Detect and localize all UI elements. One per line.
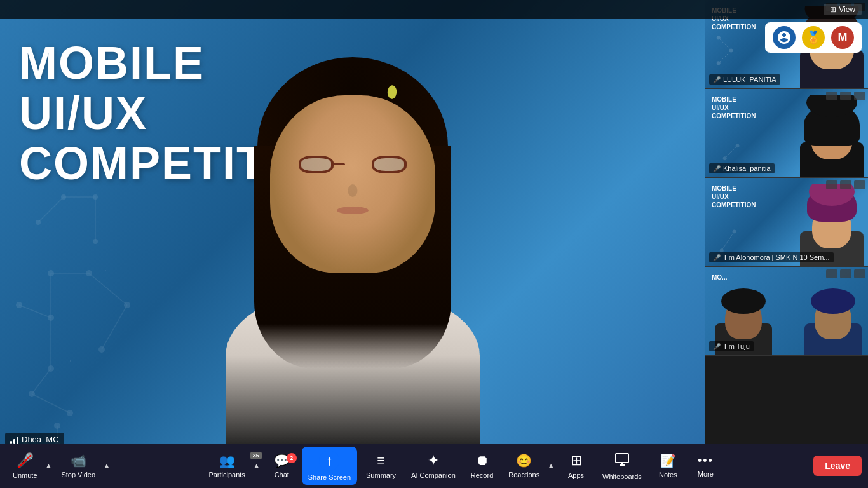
participants-sidebar: MOBILEUI/UXCOMPETITION 🎤 LULUK_PANITIA M… (705, 0, 868, 451)
reactions-chevron[interactable]: ▲ (546, 459, 556, 473)
record-icon: ⏺ (475, 452, 489, 469)
signal-bar-1 (10, 441, 12, 444)
notes-label: Notes (659, 471, 677, 478)
main-video: MOBILE UI/UX COMPETITION (0, 0, 705, 451)
svg-point-7 (16, 302, 22, 308)
logo-2: 🏅 (802, 26, 825, 49)
stop-video-button[interactable]: 📹 Stop Video (55, 449, 102, 482)
speaker-nose (348, 184, 358, 197)
summary-button[interactable]: ≡ Summary (360, 449, 402, 483)
tile-btn-1[interactable] (826, 180, 837, 189)
tile-btn-3[interactable] (854, 269, 865, 278)
participant-name-2: 🎤 Khalisa_panitia (709, 163, 775, 173)
summary-icon: ≡ (377, 452, 385, 469)
top-bar: ⊞ View (0, 0, 868, 19)
stop-video-label: Stop Video (61, 471, 95, 478)
chat-label: Chat (275, 471, 289, 478)
tile-btn-2[interactable] (840, 269, 851, 278)
mic-muted-icon: 🎤 (713, 76, 721, 83)
svg-point-5 (29, 391, 35, 397)
record-label: Record (471, 471, 493, 479)
participants-button[interactable]: 👥 Participants (202, 449, 251, 482)
svg-point-2 (48, 270, 54, 276)
view-button[interactable]: ⊞ View (824, 4, 862, 15)
notes-button[interactable]: 📝 Notes (651, 449, 686, 482)
svg-point-8 (98, 346, 105, 353)
svg-point-1 (48, 315, 54, 321)
record-button[interactable]: ⏺ Record (465, 449, 499, 483)
tile-btn-2[interactable] (840, 180, 851, 189)
tile-label: MOBILEUI/UXCOMPETITION (712, 184, 756, 209)
reactions-label: Reactions (508, 471, 539, 478)
tile-btn-3[interactable] (854, 92, 865, 100)
mic-muted-icon: 🎤 (713, 343, 721, 350)
toolbar-left: 🎤 Unmute ▲ 📹 Stop Video ▲ (6, 449, 112, 483)
signal-bar-2 (13, 439, 15, 444)
participants-icon: 👥 (219, 453, 235, 468)
tile-btn-1[interactable] (826, 92, 837, 100)
mic-muted-icon: 🎤 (713, 254, 721, 261)
toolbar: 🎤 Unmute ▲ 📹 Stop Video ▲ 👥 Participants… (0, 444, 868, 488)
ai-companion-label: AI Companion (411, 471, 456, 479)
unmute-button[interactable]: 🎤 Unmute (6, 449, 44, 483)
stop-video-chevron[interactable]: ▲ (102, 459, 112, 473)
whiteboards-button[interactable]: Whiteboards (596, 448, 648, 484)
leave-button[interactable]: Leave (813, 456, 862, 476)
ai-companion-button[interactable]: ✦ AI Companion (405, 449, 462, 483)
tile-btn-1[interactable] (826, 269, 837, 278)
ai-companion-icon: ✦ (428, 452, 439, 469)
svg-point-0 (48, 365, 54, 372)
svg-point-15 (54, 423, 60, 429)
view-label: View (839, 5, 855, 14)
svg-point-6 (67, 410, 73, 416)
participants-wrapper: 👥 Participants 35 ▲ (202, 449, 261, 482)
more-button[interactable]: ••• More (688, 451, 723, 482)
logo-1-icon (776, 30, 792, 45)
svg-rect-23 (616, 454, 628, 463)
notes-icon: 📝 (660, 453, 676, 468)
participant-face-2 (795, 95, 868, 177)
summary-label: Summary (366, 471, 396, 479)
svg-point-4 (124, 302, 130, 308)
medal-icon: 🏅 (806, 30, 820, 44)
toolbar-center: 👥 Participants 35 ▲ 💬 Chat 2 ↑ Share Scr… (112, 447, 813, 485)
tile-btn-3[interactable] (854, 180, 865, 189)
participant-face-4b (801, 276, 865, 355)
unmute-chevron[interactable]: ▲ (44, 459, 54, 473)
chat-badge: 2 (287, 453, 297, 463)
glass-bridge (332, 163, 345, 165)
tile-btn-2[interactable] (840, 92, 851, 100)
mic-muted-icon: 🎤 (713, 165, 721, 172)
speaker-mouth (337, 207, 369, 214)
left-glass (299, 156, 334, 173)
participant-name-1: 🎤 LULUK_PANITIA (709, 74, 780, 85)
participant-name-text: Tim Tuju (723, 342, 750, 350)
share-screen-icon: ↑ (319, 451, 339, 471)
svg-point-10 (61, 194, 66, 200)
apps-label: Apps (568, 471, 584, 479)
participant-tile: MOBILEUI/UXCOMPETITION 🎤 Khalisa_panitia (705, 89, 868, 178)
participant-tile: MOBILEUI/UXCOMPETITION 🎤 Tim Alohomora |… (705, 178, 868, 267)
tile-controls[interactable] (826, 180, 865, 189)
speaker-name: Dhea_MC (22, 435, 59, 444)
signal-bar-3 (17, 437, 18, 444)
participants-chevron[interactable]: ▲ (252, 459, 262, 473)
participant-name-text: LULUK_PANITIA (723, 76, 776, 83)
tile-controls[interactable] (826, 269, 865, 278)
svg-point-12 (93, 239, 98, 244)
whiteboards-icon (614, 452, 630, 470)
tile-label: MOBILEUI/UXCOMPETITION (712, 95, 756, 120)
speaker-face (270, 95, 435, 273)
participant-name-4: 🎤 Tim Tuju (709, 341, 754, 351)
tile-controls[interactable] (826, 92, 865, 100)
svg-point-3 (86, 270, 92, 276)
share-screen-label: Share Screen (308, 473, 351, 481)
whiteboards-label: Whiteboards (602, 473, 642, 480)
speaker-video (162, 19, 543, 451)
logo-3: M (831, 26, 854, 49)
share-screen-button[interactable]: ↑ Share Screen (302, 447, 357, 485)
apps-button[interactable]: ⊞ Apps (559, 449, 593, 483)
reactions-button[interactable]: 😊 Reactions (502, 449, 546, 482)
unmute-icon: 🎤 (17, 452, 34, 469)
participants-label: Participants (208, 471, 245, 478)
